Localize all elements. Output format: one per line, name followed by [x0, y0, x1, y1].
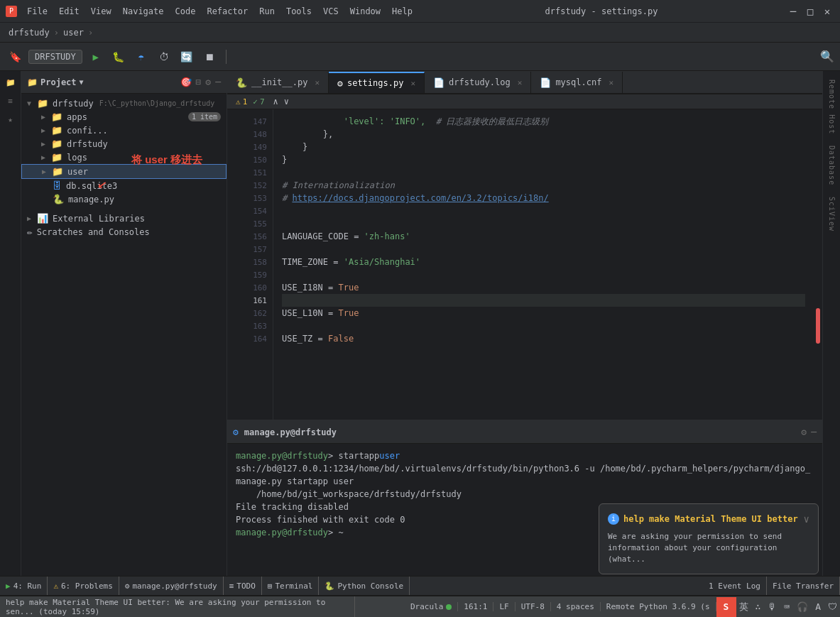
event-log-tab[interactable]: 1 Event Log	[703, 577, 767, 595]
structure-icon[interactable]: ≡	[2, 92, 19, 109]
tree-item-db[interactable]: 🗄 db.sqlite3	[21, 179, 227, 192]
run-tab[interactable]: ▶ 4: Run	[0, 577, 48, 595]
code-var-160: USE_I18N	[282, 283, 328, 293]
settings-icon[interactable]: ⚙	[205, 77, 211, 87]
problems-icon: ⚠	[53, 581, 58, 591]
notification-close-button[interactable]: ∨	[804, 513, 809, 525]
tab-log-close[interactable]: ✕	[518, 78, 523, 87]
code-link-153[interactable]: https://docs.djangoproject.com/en/3.2/to…	[292, 193, 548, 203]
menu-navigate[interactable]: Navigate	[119, 5, 168, 18]
status-icon-mic[interactable]: 🎙	[765, 601, 780, 612]
tab-log[interactable]: 📄 drfstudy.log ✕	[425, 72, 531, 93]
debug-button[interactable]: 🐛	[109, 48, 128, 66]
tree-item-drfstudy[interactable]: ▶ 📁 drfstudy	[21, 137, 227, 151]
coverage-button[interactable]: ☂	[132, 48, 151, 66]
tree-item-scratches[interactable]: ✏ Scratches and Consoles	[21, 225, 227, 239]
status-icon-keyboard[interactable]: ⌨	[781, 601, 792, 612]
run-button[interactable]: ▶	[87, 48, 105, 66]
terminal-settings-icon[interactable]: ⚙	[801, 427, 807, 437]
editor-scrollbar[interactable]	[814, 109, 822, 420]
bookmark-button[interactable]: 🔖	[6, 48, 24, 66]
breadcrumb-project[interactable]: drfstudy	[9, 28, 50, 38]
linenum-161: 161	[241, 294, 273, 307]
status-encoding[interactable]: UTF-8	[516, 602, 551, 611]
run-config-label[interactable]: DRFSTUDY	[28, 50, 82, 64]
terminal-actions: ⚙ ─	[801, 427, 817, 437]
editor-scrollbar-thumb[interactable]	[816, 308, 820, 344]
status-python[interactable]: Remote Python 3.6.9 (s	[601, 602, 716, 611]
profile-button[interactable]: ⏱	[155, 48, 173, 66]
file-transfer-tab[interactable]: File Transfer	[767, 577, 840, 595]
right-sidebar-database[interactable]: Database	[828, 146, 836, 185]
locate-file-icon[interactable]: 🎯	[180, 77, 192, 87]
linenum-163: 163	[241, 320, 273, 332]
gutter	[227, 109, 241, 420]
collapse-all-icon[interactable]: ⊟	[196, 77, 202, 87]
tree-item-apps[interactable]: ▶ 📁 apps 1 item	[21, 110, 227, 124]
menu-code[interactable]: Code	[171, 5, 200, 18]
terminal-content[interactable]: manage.py@drfstudy > startapp user ssh:/…	[227, 444, 822, 576]
menu-refactor[interactable]: Refactor	[202, 5, 252, 18]
code-editor[interactable]: 147 148 149 150 151 152 153 154 155 156 …	[227, 109, 822, 420]
project-tree: ▼ 📁 drfstudy F:\C_python\Django_drfstudy…	[21, 94, 227, 576]
status-icon-shield[interactable]: 🛡	[825, 601, 840, 612]
stop-button[interactable]: ⏹	[200, 48, 219, 66]
expand-icon[interactable]: ∧	[273, 97, 278, 107]
project-icon[interactable]: 📁	[2, 74, 19, 91]
menu-vcs[interactable]: VCS	[319, 5, 343, 18]
terminal-tab-label: manage.py@drfstudy	[132, 581, 217, 591]
tab-mysql-close[interactable]: ✕	[609, 78, 613, 87]
tab-settings-close[interactable]: ✕	[410, 79, 415, 88]
terminal-tab[interactable]: ⚙ manage.py@drfstudy	[119, 577, 224, 595]
minimize-panel-icon[interactable]: ─	[215, 77, 221, 87]
tab-init[interactable]: 🐍 __init__.py ✕	[227, 72, 329, 93]
python-console-tab[interactable]: 🐍 Python Console	[319, 577, 410, 595]
project-dropdown-arrow[interactable]: ▼	[80, 78, 84, 86]
status-icon-comma[interactable]: ∴	[753, 601, 764, 612]
menu-edit[interactable]: Edit	[55, 5, 84, 18]
window-title: drfstudy - settings.py	[422, 6, 780, 16]
minimize-button[interactable]: ─	[786, 4, 800, 18]
tree-item-config[interactable]: ▶ 📁 confi...	[21, 124, 227, 137]
menu-bar[interactable]: File Edit View Navigate Code Refactor Ru…	[23, 5, 417, 18]
menu-tools[interactable]: Tools	[282, 5, 316, 18]
close-button[interactable]: ✕	[820, 4, 834, 18]
collapse-icon[interactable]: ∨	[284, 97, 289, 107]
menu-view[interactable]: View	[87, 5, 116, 18]
terminal-minimize-icon[interactable]: ─	[811, 427, 817, 437]
tab-mysql[interactable]: 📄 mysql.cnf ✕	[531, 72, 623, 93]
tree-item-manage[interactable]: 🐍 manage.py	[21, 192, 227, 206]
right-sidebar-remote-host[interactable]: Remote Host	[828, 80, 836, 134]
problems-tab[interactable]: ⚠ 6: Problems	[48, 577, 119, 595]
concurrency-button[interactable]: 🔄	[178, 48, 196, 66]
tree-root[interactable]: ▼ 📁 drfstudy F:\C_python\Django_drfstudy	[21, 97, 227, 110]
maximize-button[interactable]: □	[803, 4, 817, 18]
menu-file[interactable]: File	[23, 5, 52, 18]
run-tab-label: 4: Run	[13, 581, 42, 591]
search-everywhere-button[interactable]: 🔍	[820, 50, 834, 63]
todo-tab[interactable]: ≡ TODO	[224, 577, 262, 595]
terminal2-icon: ⊞	[268, 581, 273, 591]
status-linesep[interactable]: LF	[493, 602, 515, 611]
tab-settings[interactable]: ⚙ settings.py ✕	[329, 72, 425, 93]
status-dracula[interactable]: Dracula	[405, 602, 458, 611]
menu-run[interactable]: Run	[255, 5, 279, 18]
favorites-icon[interactable]: ★	[2, 111, 19, 128]
status-python-label: Remote Python 3.6.9 (s	[606, 602, 710, 611]
breadcrumb-folder[interactable]: user	[63, 28, 84, 38]
status-icon-en[interactable]: 英	[736, 601, 751, 613]
terminal2-tab[interactable]: ⊞ Terminal	[262, 577, 320, 595]
status-position[interactable]: 161:1	[458, 602, 493, 611]
menu-help[interactable]: Help	[388, 5, 417, 18]
code-content[interactable]: 'level': 'INFO', # 日志器接收的最低日志级别 }, } }	[273, 109, 814, 420]
status-icon-headphones[interactable]: 🎧	[794, 601, 811, 612]
window-controls[interactable]: ─ □ ✕	[786, 4, 834, 18]
tree-item-external-libs[interactable]: ▶ 📊 External Libraries	[21, 212, 227, 225]
status-indent[interactable]: 4 spaces	[551, 602, 601, 611]
menu-window[interactable]: Window	[346, 5, 385, 18]
status-icon-translate[interactable]: A	[812, 601, 824, 612]
python-console-label: Python Console	[337, 581, 403, 591]
tab-init-close[interactable]: ✕	[315, 78, 320, 87]
right-sidebar-sciview[interactable]: SciView	[828, 197, 836, 231]
config-folder-icon: 📁	[51, 125, 62, 136]
